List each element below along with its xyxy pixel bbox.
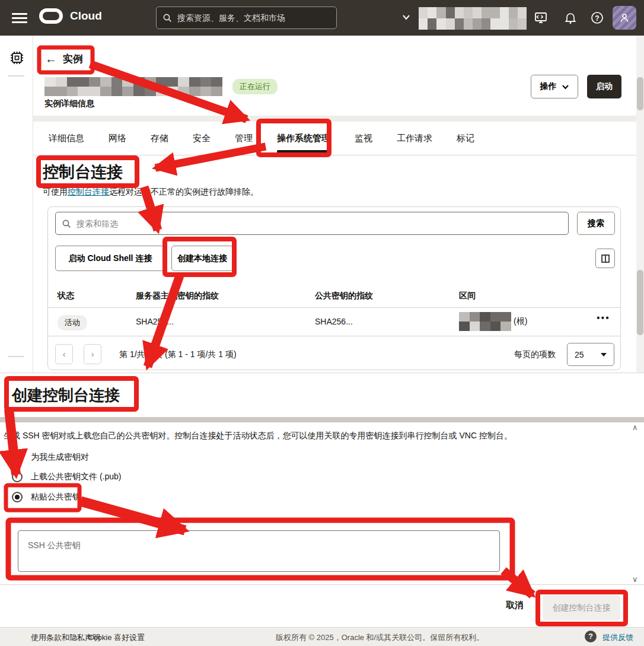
brand-label: Cloud	[70, 9, 102, 23]
row-server-fingerprint: SHA256...	[136, 317, 174, 326]
instance-name-redacted	[44, 77, 222, 96]
scrollbar-thumb[interactable]	[637, 270, 643, 335]
col-public-fingerprint: 公共密钥的指纹	[315, 291, 373, 301]
row-actions-menu[interactable]: •••	[597, 313, 610, 323]
back-link-label: 实例	[63, 52, 83, 66]
region-name-redacted[interactable]	[419, 7, 527, 30]
connections-card: 搜索 启动 Cloud Shell 连接 创建本地连接 状态 服务器主机密钥的指…	[47, 206, 621, 370]
global-search-input[interactable]	[177, 13, 326, 23]
section-title: 控制台连接	[43, 161, 123, 183]
per-page-label: 每页的项数	[514, 349, 556, 360]
table-row[interactable]: 活动 SHA256... SHA256... (根) •••	[48, 308, 620, 336]
radio-icon	[12, 472, 23, 482]
start-button[interactable]: 启动	[587, 75, 621, 98]
console-connection-link[interactable]: 控制台连接	[68, 187, 109, 196]
cookie-preferences-link[interactable]: Cookie 喜好设置	[88, 632, 145, 643]
col-server-fingerprint: 服务器主机密钥的指纹	[136, 291, 219, 301]
filter-field[interactable]	[55, 212, 569, 235]
back-to-instances-link[interactable]: ← 实例	[45, 52, 83, 66]
dialog-title: 创建控制台连接	[12, 385, 120, 406]
desc-suffix: 远程对运行不正常的实例进行故障排除。	[109, 187, 259, 196]
oracle-cloud-console: Cloud ?	[0, 0, 644, 646]
ssh-public-key-textarea[interactable]	[18, 530, 500, 572]
region-chevron-down-icon[interactable]	[401, 12, 412, 23]
row-public-fingerprint: SHA256...	[315, 317, 353, 326]
top-navigation-bar: Cloud ?	[0, 0, 644, 36]
launch-cloud-shell-button[interactable]: 启动 Cloud Shell 连接	[55, 246, 165, 271]
actions-dropdown-button[interactable]: 操作	[531, 75, 578, 98]
scrollbar-thumb[interactable]	[637, 77, 643, 110]
instance-chip-icon[interactable]	[9, 50, 25, 66]
column-settings-button[interactable]	[595, 249, 615, 268]
pagination-text: 第 1/共 1 页 (第 1 - 1 项/共 1 项)	[119, 349, 237, 360]
dialog-description: 生成 SSH 密钥对或上载您自己的公共密钥对。控制台连接处于活动状态后，您可以使…	[4, 431, 602, 441]
footer-help-icon[interactable]: ?	[585, 631, 597, 642]
help-icon[interactable]: ?	[589, 9, 605, 26]
col-status: 状态	[58, 291, 74, 301]
radio-icon	[12, 452, 23, 463]
create-local-connection-button[interactable]: 创建本地连接	[171, 246, 233, 271]
svg-text:?: ?	[595, 14, 599, 23]
hamburger-menu-icon[interactable]	[12, 11, 27, 25]
section-description: 可使用控制台连接远程对运行不正常的实例进行故障排除。	[43, 187, 259, 198]
radio-upload-public-key[interactable]: 上载公共密钥文件 (.pub)	[12, 472, 121, 482]
radio-icon-checked	[12, 492, 23, 502]
tab-monitoring[interactable]: 监视	[355, 122, 372, 155]
sidebar-divider	[8, 75, 24, 77]
status-badge: 正在运行	[232, 79, 278, 94]
next-page-button[interactable]: ›	[84, 344, 101, 364]
radio-generate-keypair[interactable]: 为我生成密钥对	[12, 452, 89, 463]
col-compartment: 区间	[459, 291, 476, 301]
tab-security[interactable]: 安全	[193, 122, 211, 155]
per-page-value: 25	[575, 350, 584, 359]
row-status-badge: 活动	[58, 315, 87, 330]
desc-prefix: 可使用	[43, 187, 68, 196]
global-search[interactable]	[156, 7, 337, 29]
left-sidebar	[0, 36, 33, 373]
radio-label: 粘贴公共密钥	[31, 492, 81, 502]
oracle-logo-icon	[39, 8, 63, 24]
radio-label: 上载公共密钥文件 (.pub)	[31, 472, 121, 482]
back-arrow-icon: ←	[45, 52, 57, 66]
radio-label: 为我生成密钥对	[31, 452, 89, 463]
row-compartment: (根)	[459, 312, 527, 331]
tab-network[interactable]: 网络	[109, 122, 126, 155]
brand: Cloud	[39, 8, 102, 24]
section-divider-strip	[33, 116, 644, 122]
tab-work-requests[interactable]: 工作请求	[397, 122, 432, 155]
notifications-bell-icon[interactable]	[562, 9, 579, 26]
user-avatar[interactable]	[613, 6, 636, 30]
chevron-down-icon	[562, 83, 569, 91]
search-icon	[62, 219, 71, 228]
tab-details[interactable]: 详细信息	[49, 122, 84, 155]
dialog-scroll-up-icon[interactable]: ∧	[632, 423, 638, 432]
search-icon	[162, 13, 172, 23]
radio-paste-public-key[interactable]: 粘贴公共密钥	[12, 492, 81, 502]
create-console-connection-button[interactable]: 创建控制台连接	[543, 595, 620, 620]
dialog-scroll-down-icon[interactable]: ∨	[632, 575, 638, 584]
pagination: ‹ › 第 1/共 1 页 (第 1 - 1 项/共 1 项) 每页的项数 25	[48, 336, 620, 370]
instance-tabs: 详细信息 网络 存储 安全 管理 操作系统管理 监视 工作请求 标记	[33, 122, 644, 155]
tab-os-management[interactable]: 操作系统管理	[277, 122, 330, 155]
feedback-link[interactable]: 提供反馈	[602, 632, 633, 643]
page-footer: 使用条款和隐私声明 Cookie 喜好设置 版权所有 © 2025，Oracle…	[0, 627, 644, 646]
actions-label: 操作	[540, 81, 557, 92]
caret-down-icon	[601, 353, 607, 357]
per-page-select[interactable]: 25	[567, 343, 614, 366]
main-scrollbar[interactable]	[636, 36, 644, 373]
compartment-suffix: (根)	[514, 316, 527, 327]
search-button[interactable]: 搜索	[577, 212, 615, 235]
person-icon	[618, 11, 631, 24]
tab-management[interactable]: 管理	[235, 122, 253, 155]
compartment-redacted	[459, 312, 511, 331]
dialog-footer-divider	[0, 584, 644, 585]
prev-page-button[interactable]: ‹	[55, 344, 73, 364]
instance-header: ← 实例 正在运行 实例详细信息 操作 启动	[33, 36, 635, 116]
tab-tags[interactable]: 标记	[457, 122, 474, 155]
create-console-connection-dialog: 创建控制台连接 生成 SSH 密钥对或上载您自己的公共密钥对。控制台连接处于活动…	[0, 373, 644, 627]
cloud-shell-icon[interactable]	[533, 9, 549, 26]
tab-storage[interactable]: 存储	[151, 122, 168, 155]
instance-subtitle: 实例详细信息	[44, 98, 94, 109]
filter-input[interactable]	[76, 219, 545, 228]
cancel-button[interactable]: 取消	[506, 600, 524, 611]
